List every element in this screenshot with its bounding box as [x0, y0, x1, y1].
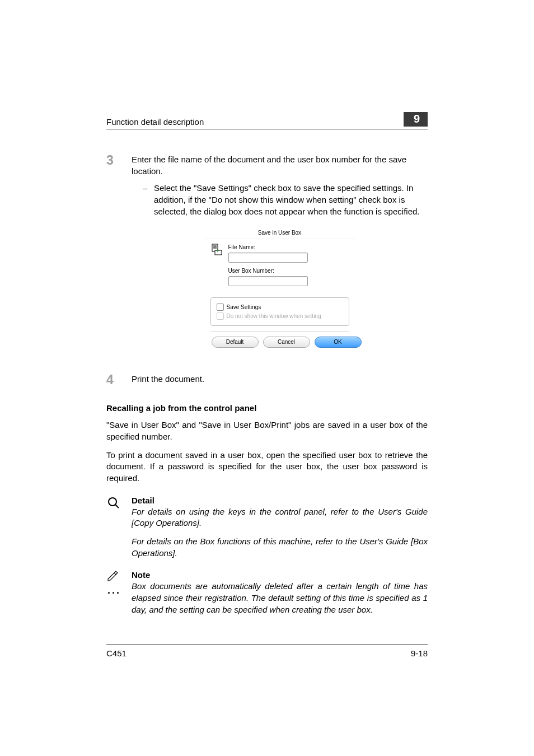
sub-item: – Select the "Save Settings" check box t… [143, 183, 428, 217]
default-button[interactable]: Default [212, 337, 259, 348]
step-text: Enter the file name of the document and … [132, 155, 406, 176]
model-label: C451 [106, 648, 127, 658]
note-callout: ... Note Box documents are automatically… [106, 570, 428, 615]
note-title: Note [132, 570, 428, 580]
checkbox-icon[interactable] [217, 304, 224, 311]
save-in-user-box-dialog: Save in User Box [204, 227, 356, 352]
page-number: 9-18 [411, 648, 428, 658]
svg-line-6 [115, 505, 119, 508]
ellipsis-icon: ... [107, 585, 121, 596]
sub-text: Select the "Save Settings" check box to … [154, 183, 428, 217]
do-not-show-label: Do not show this window when setting [227, 312, 321, 320]
chapter-badge: 9 [404, 112, 428, 127]
detail-callout: Detail For details on using the keys in … [106, 496, 428, 559]
paragraph: To print a document saved in a user box,… [106, 450, 428, 484]
cancel-button[interactable]: Cancel [263, 337, 310, 348]
note-text: Box documents are automatically deleted … [132, 581, 428, 615]
dialog-title: Save in User Box [204, 227, 356, 239]
do-not-show-row: Do not show this window when setting [217, 312, 343, 320]
checkbox-icon [217, 312, 224, 320]
step-body: Enter the file name of the document and … [132, 154, 428, 352]
pen-icon: ... [106, 570, 132, 615]
section-heading: Recalling a job from the control panel [106, 403, 428, 413]
step-sublist: – Select the "Save Settings" check box t… [132, 183, 428, 217]
step-number: 4 [106, 374, 132, 386]
step-3: 3 Enter the file name of the document an… [106, 154, 428, 352]
settings-group: Save Settings Do not show this window wh… [210, 297, 349, 326]
dialog-body: File Name: User Box Number: Save Setting… [204, 239, 356, 352]
save-settings-row[interactable]: Save Settings [217, 304, 343, 311]
page: Function detail description 9 3 Enter th… [0, 0, 534, 756]
svg-rect-4 [215, 250, 222, 255]
file-name-input[interactable] [228, 253, 308, 263]
magnifier-icon [106, 496, 132, 559]
ok-button[interactable]: OK [315, 337, 362, 348]
dialog-figure: Save in User Box [132, 227, 428, 352]
detail-text: For details on using the keys in the con… [132, 506, 428, 529]
printer-box-icon [210, 244, 223, 291]
header-title: Function detail description [106, 117, 204, 127]
separator [210, 332, 349, 332]
user-box-number-label: User Box Number: [228, 267, 349, 275]
page-header: Function detail description 9 [106, 112, 428, 129]
save-settings-label: Save Settings [227, 304, 261, 311]
step-number: 3 [106, 154, 132, 352]
step-4: 4 Print the document. [106, 374, 428, 386]
dash: – [143, 183, 154, 217]
file-name-label: File Name: [228, 244, 349, 251]
detail-text: For details on the Box functions of this… [132, 536, 428, 559]
page-footer: C451 9-18 [106, 645, 428, 658]
user-box-number-input[interactable] [228, 276, 308, 286]
paragraph: "Save in User Box" and "Save in User Box… [106, 419, 428, 442]
svg-point-5 [109, 498, 116, 506]
detail-title: Detail [132, 496, 428, 505]
step-text: Print the document. [132, 374, 428, 386]
